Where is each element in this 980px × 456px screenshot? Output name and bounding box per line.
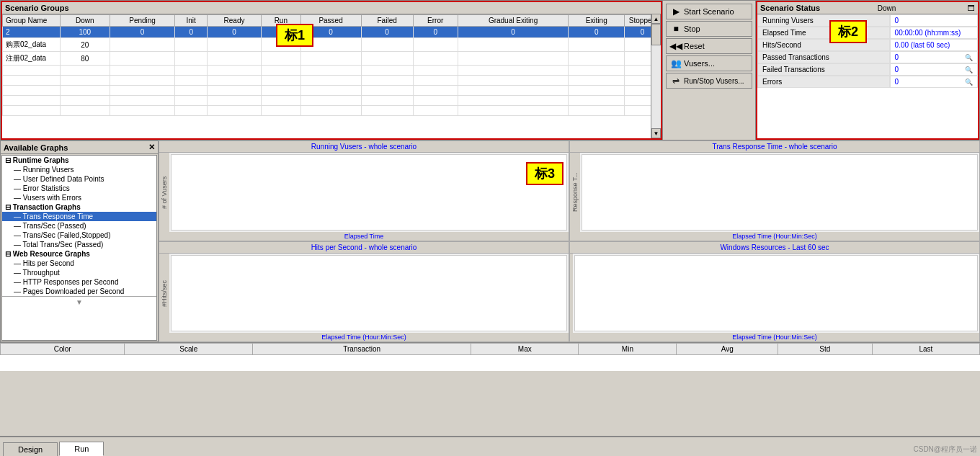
graph-panel: Trans Response Time - whole scenarioResp… (569, 140, 980, 241)
bt-col-header: Max (471, 344, 579, 355)
search-icon[interactable]: 🔍 (965, 79, 973, 86)
table-row[interactable]: 购票02_data20 (3, 38, 661, 52)
tree-item[interactable]: — HTTP Responses per Second (2, 277, 156, 287)
graph-footer: Elapsed Time (Hour:Min:Sec) (570, 333, 979, 341)
tree-item[interactable]: — Trans/Sec (Passed) (2, 221, 156, 231)
graph-title: Running Vusers - whole scenario (159, 141, 569, 153)
graph-y-label: # of Vusers (159, 153, 169, 232)
tab-design[interactable]: Design (3, 442, 58, 456)
start-scenario-button[interactable]: ▶ Start Scenario (666, 4, 752, 19)
top-section: Scenario Groups 标1 Group Name Down Pendi… (0, 0, 980, 140)
stop-button[interactable]: ■ Stop (666, 21, 752, 37)
col-failed: Failed (361, 15, 413, 27)
table-row (3, 66, 661, 76)
run-stop-label: Run/Stop Vusers... (684, 77, 744, 85)
tree-item[interactable]: — Trans Response Time (2, 212, 156, 221)
ss-row-value: 0.00 (last 60 sec) (890, 39, 978, 51)
col-exiting: Exiting (569, 15, 625, 27)
ss-row-label: Hits/Second (757, 39, 890, 51)
vusers-icon: 👥 (671, 58, 681, 68)
label1-tag: 标1 (276, 24, 313, 47)
graph-area: Running Vusers - whole scenario# of Vuse… (159, 140, 980, 342)
tree-item[interactable]: — Running Vusers (2, 165, 156, 174)
ss-row: Elapsed Time00:00:00 (hh:mm:ss) (757, 27, 978, 39)
search-icon[interactable]: 🔍 (965, 66, 973, 73)
ss-row-value: 0 (890, 14, 978, 27)
col-error: Error (413, 15, 458, 27)
main-container: Scenario Groups 标1 Group Name Down Pendi… (0, 0, 980, 456)
tree-item[interactable]: — Hits per Second (2, 259, 156, 268)
graph-body: #Hits/sec (159, 254, 569, 333)
ss-row: Hits/Second0.00 (last 60 sec) (757, 39, 978, 51)
col-init: Init (175, 15, 207, 27)
bt-col-header: Scale (125, 344, 253, 355)
tab-run[interactable]: Run (59, 442, 104, 456)
graph-canvas (171, 255, 567, 331)
table-row (3, 86, 661, 96)
scenario-groups-panel: Scenario Groups 标1 Group Name Down Pendi… (1, 1, 662, 140)
ss-row-label: Errors (757, 76, 890, 88)
tree-item[interactable]: — Error Statistics (2, 184, 156, 193)
table-row (3, 76, 661, 86)
graph-panel: Hits per Second - whole scenario#Hits/se… (159, 241, 569, 342)
bottom-empty-area (0, 371, 980, 436)
available-graphs-header: Available Graphs ✕ (1, 141, 158, 154)
tree-scroll-indicator: ▼ (2, 296, 156, 308)
reset-label: Reset (684, 42, 705, 50)
sg-scrollbar[interactable]: ▲ ▼ (651, 14, 661, 138)
bottom-stats-table: ColorScaleTransactionMaxMinAvgStdLast (0, 343, 980, 355)
tree-item[interactable]: — Pages Downloaded per Second (2, 287, 156, 296)
table-row[interactable]: 注册02_data80 (3, 52, 661, 66)
scenario-status-header: Scenario Status Down 🗖 (757, 2, 978, 14)
graph-canvas (582, 154, 978, 231)
scenario-status-rows: Running Vusers0Elapsed Time00:00:00 (hh:… (757, 14, 978, 88)
bottom-table-section: ColorScaleTransactionMaxMinAvgStdLast (0, 342, 980, 371)
graphs-tree: ⊟ Runtime Graphs— Running Vusers— User D… (1, 155, 157, 341)
search-icon[interactable]: 🔍 (965, 54, 973, 61)
tree-group[interactable]: ⊟ Runtime Graphs (2, 156, 156, 165)
footer-tabs: Design Run CSDN@程序员一诺 (0, 436, 980, 456)
ss-row-value: 0🔍 (890, 63, 978, 76)
scenario-status-title: Scenario Status (760, 4, 820, 12)
tree-group[interactable]: ⊟ Web Resource Graphs (2, 249, 156, 259)
graph-body: Response T... (570, 153, 979, 232)
scroll-down-btn[interactable]: ▼ (651, 128, 661, 138)
tree-item[interactable]: — Total Trans/Sec (Passed) (2, 240, 156, 249)
ss-row: Failed Transactions0🔍 (757, 63, 978, 76)
ss-row-label: Elapsed Time (757, 27, 890, 39)
graph-panel: Running Vusers - whole scenario# of Vuse… (159, 140, 569, 241)
scroll-up-btn[interactable]: ▲ (651, 14, 661, 24)
run-stop-vusers-button[interactable]: ⇌ Run/Stop Vusers... (666, 73, 752, 89)
ss-row-value: 00:00:00 (hh:mm:ss) (890, 27, 978, 39)
credit-text: CSDN@程序员一诺 (914, 444, 978, 456)
vusers-label: Vusers... (684, 59, 715, 68)
graph-footer: Elapsed Time (Hour:Min:Sec) (570, 232, 979, 241)
bt-col-header: Std (778, 344, 872, 355)
run-stop-icon: ⇌ (671, 76, 681, 86)
tree-group[interactable]: ⊟ Transaction Graphs (2, 202, 156, 212)
ss-row-value: 0🔍 (890, 51, 978, 63)
vusers-button[interactable]: 👥 Vusers... (666, 55, 752, 71)
tree-item[interactable]: — User Defined Data Points (2, 174, 156, 184)
ss-row: Running Vusers0 (757, 14, 978, 27)
maximize-icon[interactable]: 🗖 (968, 4, 975, 12)
close-icon[interactable]: ✕ (148, 143, 155, 152)
graph-title: Windows Resources - Last 60 sec (570, 242, 979, 254)
graph-canvas (574, 255, 978, 331)
tree-item[interactable]: — Trans/Sec (Failed,Stopped) (2, 231, 156, 240)
available-graphs-title: Available Graphs (4, 143, 68, 152)
tree-item[interactable]: — Vusers with Errors (2, 193, 156, 202)
table-row[interactable]: 21000000000000 (3, 27, 661, 38)
graph-y-label: #Hits/sec (159, 254, 169, 333)
stop-icon: ■ (671, 24, 681, 34)
controls-panel: ▶ Start Scenario ■ Stop ◀◀ Reset 👥 Vuser… (662, 1, 756, 140)
col-ready: Ready (207, 15, 261, 27)
scroll-thumb[interactable] (651, 24, 661, 45)
graph-y-label: Response T... (570, 153, 580, 232)
graph-panel: Windows Resources - Last 60 secElapsed T… (569, 241, 980, 342)
graph-body: # of Vusers (159, 153, 569, 232)
ss-row-label: Failed Transactions (757, 63, 890, 76)
reset-button[interactable]: ◀◀ Reset (666, 38, 752, 54)
tree-item[interactable]: — Throughput (2, 268, 156, 277)
bt-col-header: Color (1, 344, 125, 355)
